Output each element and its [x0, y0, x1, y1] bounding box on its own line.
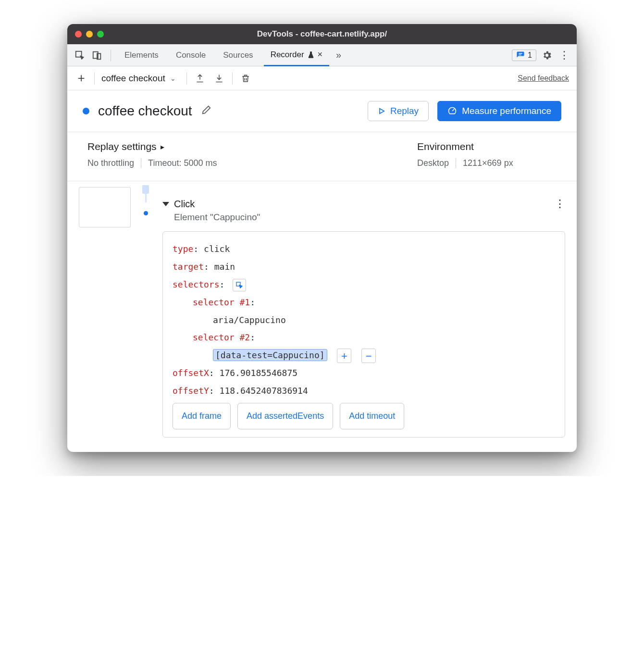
more-tabs-icon[interactable]: »	[333, 50, 344, 61]
delete-icon[interactable]	[239, 72, 252, 85]
pick-selector-button[interactable]	[233, 279, 246, 291]
import-icon[interactable]	[213, 72, 225, 85]
issues-icon	[516, 51, 525, 60]
type-value[interactable]: click	[204, 244, 230, 254]
device-toggle-icon[interactable]	[90, 49, 104, 62]
add-timeout-button[interactable]: Add timeout	[340, 403, 404, 429]
recording-select[interactable]: coffee checkout ⌄	[101, 73, 180, 84]
edit-title-button[interactable]	[201, 105, 211, 117]
svg-rect-4	[519, 54, 521, 55]
remove-selector-button[interactable]: −	[361, 349, 376, 363]
expand-step-icon[interactable]	[162, 202, 169, 206]
status-dot-icon	[83, 108, 89, 114]
gauge-icon	[447, 106, 457, 116]
inspect-element-icon[interactable]	[73, 49, 87, 62]
step-node-icon	[144, 211, 148, 215]
send-feedback-link[interactable]: Send feedback	[518, 74, 569, 83]
offsetx-value[interactable]: 176.90185546875	[220, 368, 298, 378]
throttling-value: No throttling	[87, 158, 134, 168]
minimize-window-button[interactable]	[86, 31, 93, 38]
close-window-button[interactable]	[75, 31, 82, 38]
target-value[interactable]: main	[214, 262, 235, 272]
tab-sources[interactable]: Sources	[216, 44, 260, 66]
export-icon[interactable]	[194, 72, 206, 85]
maximize-window-button[interactable]	[97, 31, 104, 38]
svg-rect-3	[519, 53, 522, 54]
titlebar: DevTools - coffee-cart.netlify.app/	[67, 24, 577, 44]
settings-row: Replay settings ▸ No throttling Timeout:…	[67, 132, 577, 181]
offsety-value[interactable]: 118.6452407836914	[220, 386, 308, 396]
selector-1-value[interactable]: aria/Cappucino	[213, 315, 286, 325]
tab-console[interactable]: Console	[169, 44, 212, 66]
screenshot-thumbnail[interactable]	[79, 187, 131, 227]
recorder-toolbar: + coffee checkout ⌄ Send feedback	[67, 66, 577, 90]
kebab-menu-icon[interactable]: ⋮	[557, 49, 571, 62]
replay-settings-toggle[interactable]: Replay settings ▸	[87, 141, 417, 152]
viewport-value: 1211×669 px	[463, 158, 513, 168]
recording-title: coffee checkout	[98, 103, 192, 119]
issues-count: 1	[528, 51, 532, 60]
selector-2-value[interactable]: [data-test=Cappucino]	[213, 349, 327, 361]
environment-label: Environment	[417, 141, 557, 152]
step-menu-button[interactable]: ⋮	[555, 198, 565, 210]
step-action-label: Click	[174, 199, 195, 210]
flask-icon	[307, 51, 315, 59]
timeline	[137, 185, 154, 438]
settings-gear-icon[interactable]	[540, 49, 554, 62]
device-value: Desktop	[417, 158, 449, 168]
issues-counter[interactable]: 1	[512, 50, 536, 61]
devtools-window: DevTools - coffee-cart.netlify.app/ Elem…	[67, 24, 577, 452]
window-title: DevTools - coffee-cart.netlify.app/	[67, 29, 577, 39]
play-icon	[378, 107, 385, 115]
chevron-down-icon: ⌄	[170, 75, 176, 82]
add-asserted-events-button[interactable]: Add assertedEvents	[237, 403, 333, 429]
timeout-value: Timeout: 5000 ms	[148, 158, 217, 168]
traffic-lights	[75, 31, 104, 38]
panel-tabstrip: Elements Console Sources Recorder × » 1 …	[67, 44, 577, 66]
add-frame-button[interactable]: Add frame	[173, 403, 231, 429]
step-details: type: click target: main selectors: sele…	[162, 231, 565, 438]
new-recording-button[interactable]: +	[75, 72, 87, 85]
measure-performance-button[interactable]: Measure performance	[437, 101, 561, 121]
add-selector-button[interactable]: +	[337, 349, 351, 363]
tab-recorder[interactable]: Recorder ×	[264, 44, 329, 66]
recording-header: coffee checkout Replay Measure performan…	[67, 90, 577, 132]
step-element-label: Element "Cappucino"	[174, 212, 565, 223]
chevron-right-icon: ▸	[161, 142, 164, 151]
close-tab-icon[interactable]: ×	[318, 50, 323, 60]
tab-elements[interactable]: Elements	[118, 44, 165, 66]
divider	[111, 50, 111, 61]
steps-area: Click ⋮ Element "Cappucino" type: click …	[67, 181, 577, 452]
replay-button[interactable]: Replay	[368, 101, 429, 121]
